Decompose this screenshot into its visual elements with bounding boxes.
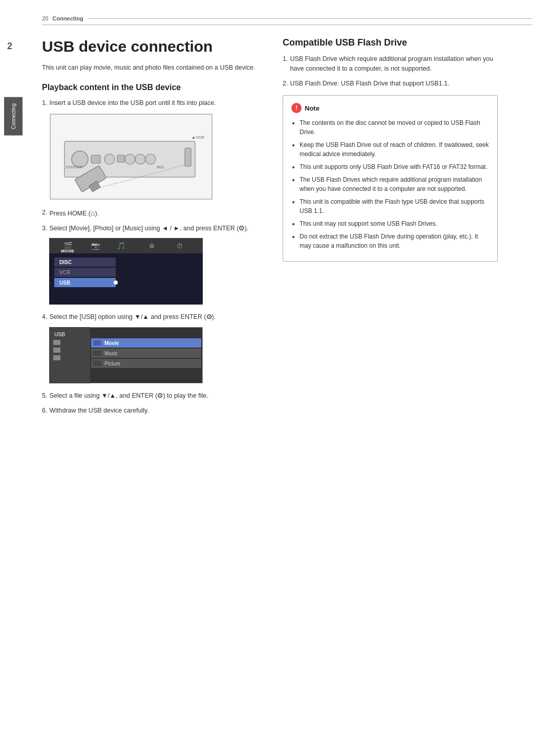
step-5: 5. Select a file using ▼/▲, and ENTER (⊙… xyxy=(42,391,267,401)
svg-text:VCR: VCR xyxy=(59,270,70,275)
step-1-number: 1. xyxy=(42,98,47,108)
svg-text:Picture: Picture xyxy=(104,361,121,366)
sidebar-tab: Connecting xyxy=(4,97,23,136)
svg-text:USB: USB xyxy=(59,280,70,286)
note-item-1: The contents on the disc cannot be moved… xyxy=(300,118,489,137)
step-6-number: 6. xyxy=(42,406,47,416)
screen1-svg: 🎬 MOVIE 📷 🎵 ⚙ ⏱ DISC xyxy=(49,238,203,305)
svg-text:DISC: DISC xyxy=(59,260,72,265)
step-2-number: 2. xyxy=(42,208,47,219)
svg-text:⚙: ⚙ xyxy=(149,243,155,250)
svg-rect-35 xyxy=(53,340,60,345)
svg-text:DVD/VCR: DVD/VCR xyxy=(66,165,82,169)
compat-1-text: USB Flash Drive which require additional… xyxy=(290,54,498,74)
svg-rect-10 xyxy=(185,148,191,166)
note-icon: ! xyxy=(291,103,302,113)
step-1-text: Insert a USB device into the USB port un… xyxy=(49,98,216,108)
step-5-text: Select a file using ▼/▲, and ENTER (⊙) t… xyxy=(49,391,208,401)
two-column-layout: USB device connection This unit can play… xyxy=(42,37,533,421)
svg-text:⏱: ⏱ xyxy=(177,243,183,250)
sidebar: 2 Connecting xyxy=(0,0,27,756)
svg-text:Movie: Movie xyxy=(104,340,119,346)
step-2: 2. Press HOME (⌂). xyxy=(42,208,267,219)
step-4-text: Select the [USB] option using ▼/▲ and pr… xyxy=(49,312,216,322)
left-column: USB device connection This unit can play… xyxy=(42,37,267,421)
main-content: 20 Connecting USB device connection This… xyxy=(27,0,553,756)
svg-point-8 xyxy=(135,154,145,164)
note-box: ! Note The contents on the disc cannot b… xyxy=(283,95,498,262)
svg-rect-42 xyxy=(93,351,101,356)
device-illustration: ▲VCR DVD/VCR xyxy=(49,113,267,202)
device-svg: ▲VCR DVD/VCR xyxy=(49,113,213,200)
compat-item-1: 1. USB Flash Drive which require additio… xyxy=(283,54,498,74)
step-3: 3. Select [Movie], [Photo] or [Music] us… xyxy=(42,224,267,233)
svg-point-9 xyxy=(145,154,156,164)
note-item-3: This unit supports only USB Flash Drive … xyxy=(300,162,489,171)
svg-rect-37 xyxy=(53,355,60,360)
svg-text:Music: Music xyxy=(104,351,118,356)
svg-rect-45 xyxy=(93,361,101,366)
compat-2-number: 2. xyxy=(283,79,288,89)
svg-text:▲VCR: ▲VCR xyxy=(192,135,204,140)
note-item-2: Keep the USB Flash Drive out of reach of… xyxy=(300,140,489,159)
svg-point-31 xyxy=(114,280,118,285)
step-4-number: 4. xyxy=(42,312,47,322)
note-item-4: The USB Flash Drives which require addit… xyxy=(300,175,489,193)
step-3-number: 3. xyxy=(42,224,47,233)
step-6-text: Withdraw the USB device carefully. xyxy=(49,406,148,416)
screen1-illustration: 🎬 MOVIE 📷 🎵 ⚙ ⏱ DISC xyxy=(49,238,267,306)
step-3-text: Select [Movie], [Photo] or [Music] using… xyxy=(49,224,248,233)
svg-point-7 xyxy=(125,154,135,164)
note-item-7: Do not extract the USB Flash Drive durin… xyxy=(300,232,489,250)
sidebar-chapter-number: 2 xyxy=(7,41,12,52)
left-section-heading: Playback content in the USB device xyxy=(42,83,267,92)
svg-text:📷: 📷 xyxy=(91,242,100,250)
step-2-text: Press HOME (⌂). xyxy=(49,208,99,219)
header-divider xyxy=(88,18,533,19)
intro-text: This unit can play movie, music and phot… xyxy=(42,63,267,73)
note-title: Note xyxy=(305,104,320,112)
main-title: USB device connection xyxy=(42,37,267,56)
svg-text:RES: RES xyxy=(157,165,164,169)
compat-1-number: 1. xyxy=(283,54,288,74)
step-1: 1. Insert a USB device into the USB port… xyxy=(42,98,267,108)
page-header: 20 Connecting xyxy=(42,15,533,25)
screen2-illustration: USB Movie Music xyxy=(49,327,267,385)
step-6: 6. Withdraw the USB device carefully. xyxy=(42,406,267,416)
svg-point-5 xyxy=(104,154,115,164)
page-section-label: Connecting xyxy=(52,15,83,21)
page-number: 20 xyxy=(42,15,48,21)
svg-rect-39 xyxy=(93,340,101,345)
screen2-svg: USB Movie Music xyxy=(49,327,203,383)
compat-item-2: 2. USB Flash Drive: USB Flash Drive that… xyxy=(283,79,498,89)
right-section-heading: Compatible USB Flash Drive xyxy=(283,37,498,48)
svg-rect-6 xyxy=(117,155,124,162)
note-item-5: This unit is compatible with the Flash t… xyxy=(300,197,489,215)
step-4: 4. Select the [USB] option using ▼/▲ and… xyxy=(42,312,267,322)
svg-text:USB: USB xyxy=(54,332,65,337)
step-5-number: 5. xyxy=(42,391,47,401)
right-column: Compatible USB Flash Drive 1. USB Flash … xyxy=(283,37,498,421)
note-item-6: This unit may not support some USB Flash… xyxy=(300,219,489,228)
compat-2-text: USB Flash Drive: USB Flash Drive that su… xyxy=(290,79,449,89)
svg-text:MOVIE: MOVIE xyxy=(61,249,74,253)
sidebar-label: Connecting xyxy=(11,103,16,129)
svg-rect-36 xyxy=(53,348,60,353)
svg-text:🎵: 🎵 xyxy=(117,242,126,250)
note-list: The contents on the disc cannot be moved… xyxy=(291,118,489,250)
svg-rect-4 xyxy=(91,155,100,163)
note-header: ! Note xyxy=(291,103,489,113)
